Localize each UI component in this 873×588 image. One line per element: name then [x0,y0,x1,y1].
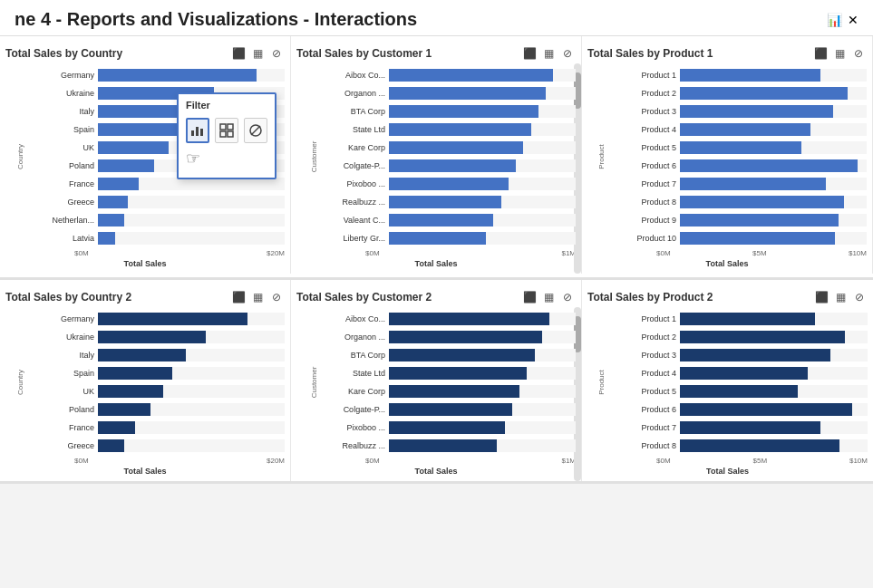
bar-chart-product2: Product 1 Product 2 Product 3 Product 4 … [587,311,868,454]
chart-title-country1: Total Sales by Country [5,47,228,60]
filter-bar-icon-customer1[interactable]: ⬛ [521,45,538,62]
bar-row: State Ltd [324,365,576,381]
bar-row: Product 3 [615,103,867,120]
filter-bar-icon-product1[interactable]: ⬛ [812,45,829,62]
bar-chart-customer2: Aibox Co... Organon ... BTA Corp State L… [296,311,576,454]
cursor-icon: ☞ [186,149,267,169]
filter-table-icon-customer2[interactable]: ▦ [540,289,557,305]
bar-chart-icon[interactable]: 📊 [827,13,842,27]
svg-rect-4 [228,124,233,130]
bar-row: Product 2 [615,85,867,101]
dashboard-row-2: Total Sales by Country 2 ⬛ ▦ ⊘ Country G… [0,280,873,484]
close-icon[interactable]: ✕ [848,13,858,27]
bar-row: Valeant C... [324,212,576,228]
bar-row: Product 1 [615,311,868,327]
bar-row: Colgate-P... [324,401,576,418]
top-right-icons: 📊 ✕ [827,13,858,27]
svg-rect-5 [220,131,226,137]
bar-chart-icon [190,123,205,138]
chart-panel-product1: Total Sales by Product 1 ⬛ ▦ ⊘ Product P… [582,36,873,274]
bar-row: Italy [33,347,285,363]
bar-row: Organon ... [324,85,576,101]
bar-row: Product 4 [615,121,867,138]
bar-row: Product 5 [615,140,867,156]
x-axis-labels-product2: $0M $5M $10M [587,457,868,465]
filter-block-icon-country1[interactable]: ⊘ [268,45,285,62]
bar-row: Product 2 [615,329,868,345]
x-axis-title-customer1: Total Sales [296,259,576,268]
bar-row: State Ltd [324,121,576,138]
bar-row: Product 5 [615,383,868,400]
bar-row: Product 7 [615,176,867,192]
filter-block-icon-customer2[interactable]: ⊘ [559,289,576,305]
filter-bar-chart-btn[interactable] [186,118,209,143]
filter-bar-icon-customer2[interactable]: ⬛ [521,289,538,305]
bar-row: Netherlan... [33,212,285,228]
bar-row: Realbuzz ... [324,194,576,210]
filter-bar-icon-country2[interactable]: ⬛ [230,289,247,305]
svg-rect-0 [191,130,194,136]
bar-row: Product 10 [615,230,867,246]
bar-chart-product1: Product 1 Product 2 Product 3 Product 4 … [587,67,867,246]
filter-block-icon-country2[interactable]: ⊘ [268,289,285,305]
bar-row: BTA Corp [324,103,576,120]
bar-row: Product 4 [615,365,868,381]
bar-row: Kare Corp [324,383,576,400]
x-axis-title-customer2: Total Sales [296,467,576,476]
filter-grid-btn[interactable] [215,118,238,143]
bar-row: Product 7 [615,419,868,436]
filter-bar-icon-product2[interactable]: ⬛ [813,289,829,305]
x-axis-title-country1: Total Sales [5,259,285,268]
x-axis-labels-customer1: $0M $1M [296,249,576,257]
bar-row: BTA Corp [324,347,576,363]
chart-title-row-product2: Total Sales by Product 2 ⬛ ▦ ⊘ [587,289,868,305]
bar-row: Pixoboo ... [324,176,576,192]
x-axis-labels-product1: $0M $5M $10M [587,249,867,257]
bar-row: Organon ... [324,329,576,345]
filter-block-icon-customer1[interactable]: ⊘ [559,45,576,62]
filter-table-icon-product2[interactable]: ▦ [832,289,849,305]
svg-rect-6 [228,131,233,137]
x-axis-title-product1: Total Sales [587,259,867,268]
bar-row: Poland [33,401,285,418]
bar-row: Product 8 [615,194,867,210]
bar-row: Latvia [33,230,285,246]
bar-row: Ukraine [33,329,285,345]
filter-block-icon-product1[interactable]: ⊘ [850,45,867,62]
bar-row: Germany [33,67,285,83]
bar-row: Product 6 [615,158,867,174]
page-header: ne 4 - Reports and Visualizations - Inte… [0,0,873,36]
chart-title-customer2: Total Sales by Customer 2 [296,291,519,304]
filter-bar-icon-country1[interactable]: ⬛ [230,45,247,62]
svg-rect-1 [196,127,199,136]
bar-row: Product 8 [615,438,868,454]
x-axis-title-product2: Total Sales [587,467,868,476]
bar-row: Product 9 [615,212,867,228]
x-axis-labels-country1: $0M $20M [5,249,285,257]
filter-table-icon-customer1[interactable]: ▦ [540,45,557,62]
x-axis-title-country2: Total Sales [5,467,285,476]
bar-row: France [33,419,285,436]
chart-panel-customer2: Total Sales by Customer 2 ⬛ ▦ ⊘ Customer… [291,280,582,481]
filter-table-icon-product1[interactable]: ▦ [831,45,848,62]
bar-row: Greece [33,194,285,210]
chart-title-row-customer1: Total Sales by Customer 1 ⬛ ▦ ⊘ [296,45,576,62]
bar-row: Pixoboo ... [324,419,576,436]
filter-table-icon-country2[interactable]: ▦ [249,289,266,305]
filter-no-filter-btn[interactable] [244,118,267,143]
filter-popup-title: Filter [186,100,267,111]
bar-chart-country2: Germany Ukraine Italy Spain UK [5,311,285,454]
chart-title-country2: Total Sales by Country 2 [5,291,228,304]
bar-row: Product 6 [615,401,868,418]
bar-row: Germany [33,311,285,327]
bar-row: UK [33,383,285,400]
bar-row: Liberty Gr... [324,230,576,246]
chart-title-product1: Total Sales by Product 1 [587,47,810,60]
bar-row: Product 1 [615,67,867,83]
filter-table-icon-country1[interactable]: ▦ [249,45,266,62]
filter-block-icon-product2[interactable]: ⊘ [851,289,868,305]
svg-rect-3 [220,124,226,130]
bar-row: Kare Corp [324,140,576,156]
page-title: ne 4 - Reports and Visualizations - Inte… [15,9,417,30]
bar-row: Realbuzz ... [324,438,576,454]
